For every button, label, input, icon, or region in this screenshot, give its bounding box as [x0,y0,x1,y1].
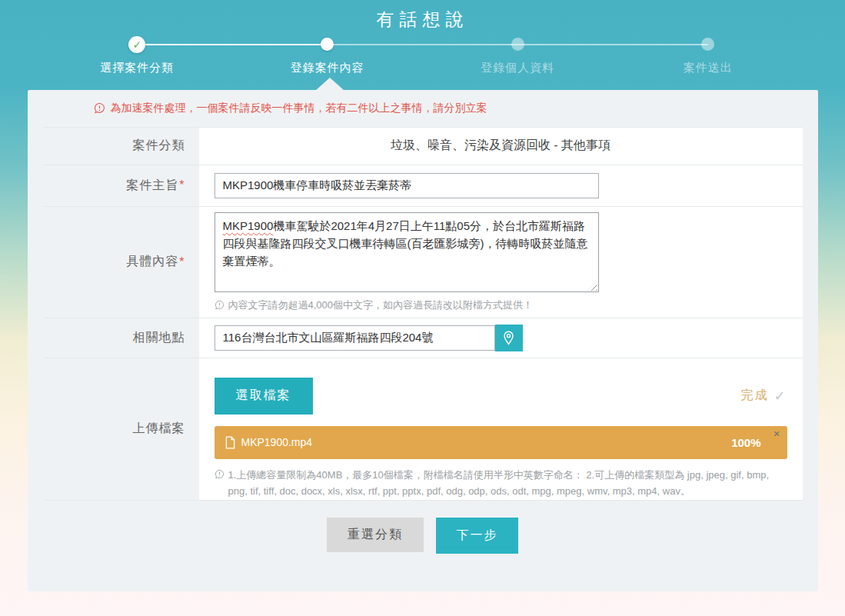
detail-text-misspelled: MKP1900 [223,219,274,232]
location-pin-icon [503,331,514,345]
detail-hint: 內容文字請勿超過4,000個中文字，如內容過長請改以附檔方式提供！ [215,298,787,312]
check-icon: ✓ [773,388,785,405]
upload-row: 上傳檔案 選取檔案 完成 ✓ MKP1900.mp4 [43,358,803,501]
category-label: 案件分類 [43,128,199,165]
comment-icon [94,102,105,114]
location-input[interactable] [215,325,495,351]
detail-label: 具體內容* [43,207,199,318]
page-title: 有話想說 [0,0,845,32]
next-step-button[interactable]: 下一步 [436,518,518,554]
file-icon [225,436,235,449]
uploaded-file-name: MKP1900.mp4 [241,436,313,448]
processing-notice: 為加速案件處理，一個案件請反映一件事情，若有二件以上之事情，請分別立案 [28,90,818,127]
required-asterisk: * [179,178,185,192]
check-icon: ✓ [132,39,141,50]
upload-progress-percent: 100% [731,436,760,449]
form-card: 為加速案件處理，一個案件請反映一件事情，若有二件以上之事情，請分別立案 案件分類… [28,90,818,591]
active-step-pointer [315,78,344,91]
reselect-category-button[interactable]: 重選分類 [327,518,424,552]
required-asterisk: * [179,255,185,269]
form-actions: 重選分類 下一步 [28,501,818,554]
step-submit-case: 案件送出 [613,35,803,75]
page: 有話想說 ✓ 選擇案件分類 登錄案件內容 登錄個人資料 案件送出 [0,0,845,616]
upload-note: 1.上傳總容量限制為40MB，最多10個檔案，附檔檔名請使用半形中英數字命名： … [215,467,787,500]
step-done-circle: ✓ [128,36,145,53]
close-icon[interactable]: × [773,427,780,441]
step-label: 登錄案件內容 [232,61,423,75]
category-value: 垃圾、噪音、污染及資源回收 - 其他事項 [199,128,803,165]
progress-stepper: ✓ 選擇案件分類 登錄案件內容 登錄個人資料 案件送出 [42,35,803,75]
comment-icon [215,469,225,479]
detail-row: 具體內容* MKP1900機車駕駛於2021年4月27日上午11點05分，於台北… [43,207,803,318]
detail-text: 機車駕駛於2021年4月27日上午11點05分，於台北市羅斯福路四段與基隆路四段… [223,219,588,268]
step-enter-case-content: 登錄案件內容 [232,35,423,75]
step-enter-personal-info: 登錄個人資料 [423,35,614,75]
step-label: 選擇案件分類 [42,61,233,75]
upload-note-text: 1.上傳總容量限制為40MB，最多10個檔案，附檔檔名請使用半形中英數字命名： … [228,467,787,500]
location-row: 相關地點 [43,318,803,358]
done-label: 完成 [740,388,768,404]
subject-label: 案件主旨* [43,165,199,206]
select-file-button[interactable]: 選取檔案 [215,378,313,415]
detail-textarea[interactable]: MKP1900機車駕駛於2021年4月27日上午11點05分，於台北市羅斯福路四… [215,212,599,292]
step-todo-circle [511,38,524,51]
step-select-category: ✓ 選擇案件分類 [42,35,233,75]
comment-icon [215,300,225,310]
step-label: 登錄個人資料 [423,61,614,75]
subject-input[interactable] [215,173,599,198]
case-form: 案件分類 垃圾、噪音、污染及資源回收 - 其他事項 案件主旨* 具體內容* [43,127,803,501]
upload-label: 上傳檔案 [43,358,199,500]
step-active-circle [321,38,334,51]
category-row: 案件分類 垃圾、噪音、污染及資源回收 - 其他事項 [43,127,803,165]
step-label: 案件送出 [613,61,803,75]
upload-progress-bar: MKP1900.mp4 100% × [215,426,787,459]
textarea-resize-handle[interactable] [588,281,597,291]
upload-done-status: 完成 ✓ [740,388,787,405]
detail-hint-text: 內容文字請勿超過4,000個中文字，如內容過長請改以附檔方式提供！ [228,298,534,312]
map-pin-button[interactable] [495,325,523,351]
subject-row: 案件主旨* [43,165,803,207]
notice-text: 為加速案件處理，一個案件請反映一件事情，若有二件以上之事情，請分別立案 [111,102,487,115]
step-todo-circle [701,38,714,51]
location-label: 相關地點 [43,318,199,358]
